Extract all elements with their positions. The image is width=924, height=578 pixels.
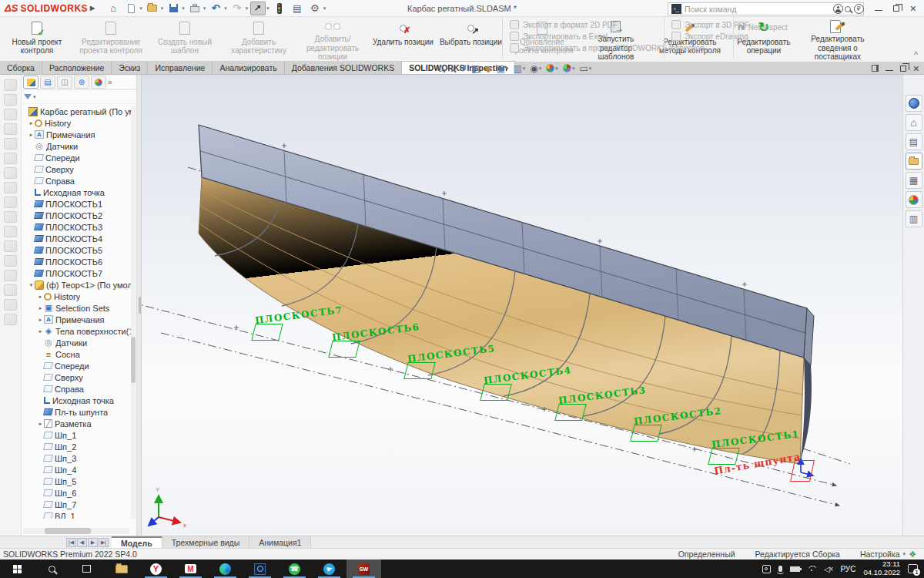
solidworks-taskbar-button[interactable]: SW xyxy=(346,560,381,578)
tree-item[interactable]: ПЛОСКОСТЬ7 xyxy=(22,267,132,279)
tab-addins[interactable]: Добавления SOLIDWORKS xyxy=(285,61,402,74)
tree-item[interactable]: Шп_5 xyxy=(22,476,132,487)
toolbar-icon[interactable] xyxy=(4,211,17,223)
pane-toggle-icon[interactable] xyxy=(872,65,879,72)
tree-item[interactable]: Исходная точка xyxy=(22,395,132,406)
toolbar-icon[interactable] xyxy=(4,255,17,267)
tree-item[interactable]: Сосна xyxy=(22,348,132,360)
expand-arrow-icon[interactable]: ▸ xyxy=(37,294,44,300)
tree-item[interactable]: ПЛОСКОСТЬ1 xyxy=(22,198,132,210)
notification-center-icon[interactable]: 1 xyxy=(908,564,918,573)
help-icon[interactable]: ? xyxy=(854,4,864,14)
tab-evaluate[interactable]: Анализировать xyxy=(213,61,284,74)
edge-button[interactable] xyxy=(208,560,243,578)
view-orientation-icon[interactable]: ▣▾ xyxy=(497,63,509,74)
plane-annotation[interactable]: ПЛОСКОСТЬ7 xyxy=(253,324,283,342)
home-icon[interactable]: ⌂ xyxy=(105,2,121,15)
appearances-scenes-icon[interactable] xyxy=(906,191,922,208)
task-list-icon[interactable]: ▤ xyxy=(290,2,305,15)
toolbar-icon[interactable] xyxy=(4,109,17,120)
rebuild-traffic-light-icon[interactable] xyxy=(272,2,287,15)
tree-item[interactable]: ВЛ_1 xyxy=(22,510,132,519)
export-menu-item[interactable]: Экспортировать в проект SOLIDWORKS Inspe… xyxy=(510,43,705,52)
gmail-button[interactable]: M xyxy=(173,560,208,578)
tree-item[interactable]: Карбас регатный (По умолч xyxy=(22,106,132,117)
taskbar-search-button[interactable] xyxy=(35,560,69,578)
tab-scroll-buttons[interactable]: |◀◀▶▶| xyxy=(0,536,112,548)
property-manager-tab-icon[interactable]: ▤ xyxy=(40,76,55,89)
expand-arrow-icon[interactable]: ▸ xyxy=(37,317,44,323)
view-palette-icon[interactable]: ▦ xyxy=(906,172,922,189)
tree-item[interactable]: ▸ Selection Sets xyxy=(22,302,132,314)
export-menu-item[interactable]: Экспорт eDrawing xyxy=(671,32,749,41)
ribbon-button[interactable]: Редактировать сведения о поставщиках xyxy=(801,17,875,62)
plane-annotation[interactable]: ПЛОСКОСТЬ3 xyxy=(557,404,586,422)
tree-item[interactable]: ПЛОСКОСТЬ6 xyxy=(22,256,132,267)
tree-item[interactable]: Пл-ть шпунта xyxy=(22,406,132,418)
toolbar-icon[interactable] xyxy=(4,270,17,281)
tab-sketch[interactable]: Эскиз xyxy=(112,61,148,74)
clock[interactable]: 23:11 04.10.2022 xyxy=(863,560,900,577)
toolbar-icon[interactable] xyxy=(4,94,17,106)
custom-properties-icon[interactable]: ▥ xyxy=(906,210,922,227)
tree-item[interactable]: Шп_7 xyxy=(22,499,132,510)
ribbon-button[interactable]: Новый проект контроля xyxy=(0,17,74,62)
file-explorer-button[interactable] xyxy=(104,560,139,578)
tree-item[interactable]: Справа xyxy=(22,383,132,395)
tree-item[interactable]: Сверху xyxy=(22,371,132,383)
zoom-to-fit-icon[interactable] xyxy=(437,66,444,72)
toolbar-icon[interactable] xyxy=(4,153,17,164)
section-view-icon[interactable]: ◧ xyxy=(471,63,480,74)
toolbar-icon[interactable] xyxy=(4,197,17,208)
tree-vertical-scrollbar[interactable] xyxy=(131,106,136,519)
tree-item[interactable]: Шп_2 xyxy=(22,441,132,452)
tree-item[interactable]: ▾ (ф) Теор<1> (По умолча xyxy=(22,279,132,291)
undo-icon[interactable]: ↶ xyxy=(208,2,223,15)
ribbon-button[interactable]: Добавить/редактировать позиции xyxy=(296,17,370,62)
feature-manager-tab-icon[interactable] xyxy=(23,76,38,89)
plane-annotation[interactable]: ПЛОСКОСТЬ2 xyxy=(632,425,661,443)
tree-item[interactable]: Датчики xyxy=(22,337,132,348)
ribbon-button[interactable]: Создать новый шаблон xyxy=(148,17,222,62)
toolbar-icon[interactable] xyxy=(4,79,17,91)
toolbar-icon[interactable] xyxy=(4,167,17,179)
tree-item[interactable]: Спереди xyxy=(22,152,132,163)
tree-item[interactable]: ▸ Тела поверхности(1 xyxy=(22,325,132,337)
language-indicator[interactable]: РУС xyxy=(840,565,855,573)
tree-item[interactable]: ▸ Разметка xyxy=(22,418,132,429)
tree-horizontal-scrollbar[interactable] xyxy=(23,528,129,534)
file-explorer-icon[interactable] xyxy=(906,153,922,170)
task-view-button[interactable] xyxy=(69,560,104,578)
expand-arrow-icon[interactable]: ▸ xyxy=(37,305,44,311)
view-settings-icon[interactable]: ▭▾ xyxy=(579,63,591,74)
tree-item[interactable]: ПЛОСКОСТЬ2 xyxy=(22,210,132,221)
plane-annotation[interactable]: ПЛОСКОСТЬ6 xyxy=(330,341,360,359)
toolbar-icon[interactable] xyxy=(4,240,17,252)
plane-annotation[interactable]: ПЛОСКОСТЬ5 xyxy=(406,362,435,381)
edit-appearance-icon[interactable]: ▾ xyxy=(546,64,558,72)
zoom-to-area-icon[interactable] xyxy=(448,66,454,72)
toolbar-icon[interactable] xyxy=(4,299,17,311)
tree-item[interactable]: Сверху xyxy=(22,163,132,175)
tree-item[interactable]: ▸ Примечания xyxy=(22,129,132,140)
tab-repair[interactable]: Исправление xyxy=(148,61,213,74)
battery-icon[interactable] xyxy=(790,566,800,572)
save-icon[interactable] xyxy=(166,2,181,15)
tree-item[interactable]: Шп_3 xyxy=(22,452,132,464)
tab-3d-views[interactable]: Трехмерные виды xyxy=(162,536,250,548)
print-icon[interactable] xyxy=(187,2,203,15)
tab-model[interactable]: Модель xyxy=(112,536,162,548)
solidworks-resources-icon[interactable] xyxy=(906,95,922,112)
net-inspect-button[interactable]: ni Net-Inspect xyxy=(738,22,788,32)
graphics-viewport[interactable]: Y x ПЛОСКОСТЬ7 ПЛОСКОСТЬ6 ПЛОСКОСТЬ5 ПЛО… xyxy=(142,75,902,536)
tree-item[interactable]: Датчики xyxy=(22,140,132,152)
tree-item[interactable]: Спереди xyxy=(22,360,132,371)
tree-item[interactable]: ▸ Примечания xyxy=(22,314,132,325)
toolbar-icon[interactable] xyxy=(4,226,17,237)
tree-item[interactable]: Шп_1 xyxy=(22,429,132,441)
ribbon-button[interactable]: Добавить характеристику xyxy=(222,17,296,62)
rabbet-plane-annotation[interactable]: Пл-ть шпунта xyxy=(792,455,815,482)
open-icon[interactable] xyxy=(145,2,160,15)
expand-arrow-icon[interactable]: ▸ xyxy=(28,132,35,138)
tree-item[interactable]: Шп_4 xyxy=(22,464,132,476)
